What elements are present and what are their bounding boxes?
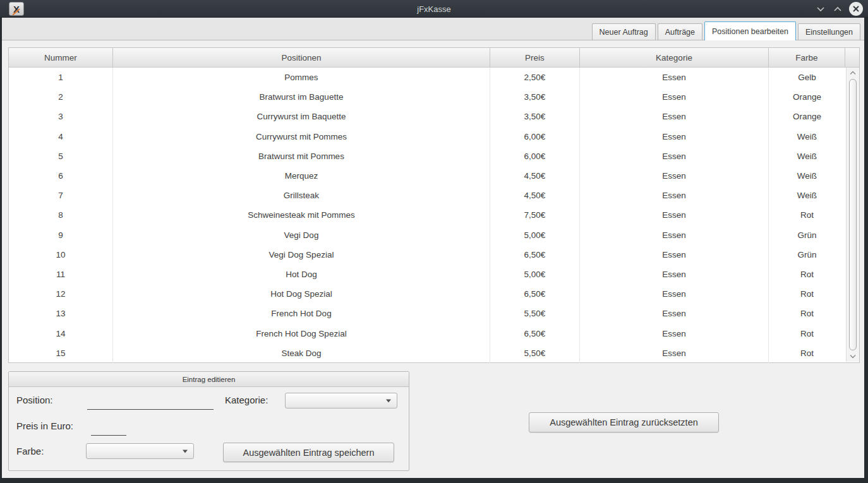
table-row[interactable]: 15Steak Dog5,50€EssenRot: [9, 343, 846, 363]
table-cell: French Hot Dog Spezial: [113, 323, 490, 343]
table-cell: 15: [9, 343, 113, 363]
column-header-farbe[interactable]: Farbe: [769, 48, 845, 67]
scrollbar-thumb[interactable]: [849, 79, 857, 350]
table-row[interactable]: 7Grillsteak4,50€EssenWeiß: [9, 186, 846, 205]
tab-einstellungen[interactable]: Einstellungen: [798, 23, 860, 40]
window-frame-right: [864, 18, 868, 483]
table-body: 1Pommes2,50€EssenGelb2Bratwurst im Bague…: [9, 68, 846, 362]
edit-entry-panel-header[interactable]: Eintrag editieren: [9, 372, 409, 387]
table-row[interactable]: 12Hot Dog Spezial6,50€EssenRot: [9, 284, 846, 304]
table-row[interactable]: 10Vegi Dog Spezial6,50€EssenGrün: [9, 245, 846, 265]
column-header-preis[interactable]: Preis: [490, 48, 580, 67]
table-cell: 14: [9, 323, 113, 343]
table-row[interactable]: 5Bratwurst mit Pommes6,00€EssenWeiß: [9, 146, 846, 166]
reset-entry-button[interactable]: Ausgewählten Eintrag zurücksetzten: [529, 412, 719, 432]
tab-positionen-bearbeiten[interactable]: Positionen bearbeiten: [704, 21, 796, 40]
table-cell: 8: [9, 205, 113, 225]
table-cell: Essen: [580, 225, 769, 245]
table-row[interactable]: 8Schweinesteak mit Pommes7,50€EssenRot: [9, 205, 846, 225]
kategorie-label: Kategorie:: [225, 395, 268, 405]
table-cell: Currywurst mit Pommes: [113, 127, 490, 146]
kategorie-dropdown[interactable]: [285, 393, 397, 408]
window-title: jFxKasse: [0, 0, 868, 18]
table-cell: Essen: [580, 245, 769, 265]
table-row[interactable]: 11Hot Dog5,00€EssenRot: [9, 265, 846, 284]
table-cell: Rot: [769, 304, 845, 323]
window-frame-left: [0, 18, 2, 483]
table-cell: 12: [9, 284, 113, 304]
table-cell: Merquez: [113, 166, 490, 186]
table-cell: 7: [9, 186, 113, 205]
table-cell: 13: [9, 304, 113, 323]
table-cell: Hot Dog: [113, 265, 490, 284]
farbe-label: Farbe:: [16, 446, 44, 456]
position-label: Position:: [16, 395, 53, 405]
column-header-nummer[interactable]: Nummer: [9, 48, 113, 67]
table-cell: Essen: [580, 323, 769, 343]
table-cell: Essen: [580, 304, 769, 323]
table-cell: 6,50€: [490, 245, 580, 265]
table-cell: 4,50€: [490, 186, 580, 205]
table-cell: 6,50€: [490, 323, 580, 343]
column-header-kategorie[interactable]: Kategorie: [580, 48, 769, 67]
table-cell: Essen: [580, 265, 769, 284]
table-row[interactable]: 1Pommes2,50€EssenGelb: [9, 68, 846, 87]
tab-neuer-auftrag[interactable]: Neuer Auftrag: [592, 23, 656, 40]
table-row[interactable]: 4Currywurst mit Pommes6,00€EssenWeiß: [9, 127, 846, 146]
table-cell: Essen: [580, 68, 769, 87]
table-cell: 2,50€: [490, 68, 580, 87]
table-cell: 6,00€: [490, 146, 580, 166]
preis-input[interactable]: [91, 423, 126, 436]
position-input[interactable]: [87, 397, 214, 410]
table-header-row: NummerPositionenPreisKategorieFarbe: [9, 48, 859, 68]
table-cell: Rot: [769, 205, 845, 225]
table-cell: Bratwurst im Baguette: [113, 87, 490, 107]
table-cell: Steak Dog: [113, 343, 490, 363]
table-scrollbar[interactable]: [846, 68, 859, 362]
table-cell: Grün: [769, 245, 845, 265]
tab-auftraege[interactable]: Aufträge: [658, 23, 702, 40]
table-cell: 10: [9, 245, 113, 265]
table-cell: Essen: [580, 343, 769, 363]
table-cell: 5: [9, 146, 113, 166]
edit-entry-panel-title: Eintrag editieren: [183, 376, 236, 383]
table-row[interactable]: 6Merquez4,50€EssenWeiß: [9, 166, 846, 186]
edit-entry-panel-body: Position: Kategorie: Preis in Euro: Farb…: [9, 387, 409, 470]
table-cell: Currywurst im Baquette: [113, 107, 490, 126]
table-cell: Rot: [769, 323, 845, 343]
table-cell: 6: [9, 166, 113, 186]
table-row[interactable]: 14French Hot Dog Spezial6,50€EssenRot: [9, 323, 846, 343]
minimize-icon[interactable]: [815, 3, 826, 15]
table-cell: 5,00€: [490, 225, 580, 245]
table-cell: Bratwurst mit Pommes: [113, 146, 490, 166]
table-cell: Rot: [769, 284, 845, 304]
save-entry-button[interactable]: Ausgewählten Eintrag speichern: [223, 443, 394, 462]
table-cell: Pommes: [113, 68, 490, 87]
window-controls: [815, 0, 863, 18]
table-cell: Orange: [769, 107, 845, 126]
column-header-filler: [845, 48, 859, 67]
table-cell: Weiß: [769, 186, 845, 205]
table-cell: 7,50€: [490, 205, 580, 225]
table-row[interactable]: 13French Hot Dog5,50€EssenRot: [9, 304, 846, 323]
table-cell: Vegi Dog Spezial: [113, 245, 490, 265]
scroll-down-icon[interactable]: [850, 352, 856, 361]
table-cell: Essen: [580, 127, 769, 146]
table-cell: 3,50€: [490, 107, 580, 126]
table-row[interactable]: 9Vegi Dog5,00€EssenGrün: [9, 225, 846, 245]
tab-bar: Neuer AuftragAufträgePositionen bearbeit…: [0, 18, 868, 40]
table-cell: Grillsteak: [113, 186, 490, 205]
table-cell: Hot Dog Spezial: [113, 284, 490, 304]
table-cell: Gelb: [769, 68, 845, 87]
column-header-positionen[interactable]: Positionen: [113, 48, 490, 67]
farbe-dropdown[interactable]: [86, 443, 194, 459]
table-cell: 3: [9, 107, 113, 126]
table-row[interactable]: 3Currywurst im Baquette3,50€EssenOrange: [9, 107, 846, 126]
close-icon[interactable]: [849, 2, 863, 16]
table-cell: Weiß: [769, 127, 845, 146]
maximize-icon[interactable]: [832, 3, 843, 15]
table-row[interactable]: 2Bratwurst im Baguette3,50€EssenOrange: [9, 87, 846, 107]
scroll-up-icon[interactable]: [850, 69, 856, 77]
table-cell: 5,00€: [490, 265, 580, 284]
edit-entry-panel: Eintrag editieren Position: Kategorie: P…: [8, 371, 409, 471]
